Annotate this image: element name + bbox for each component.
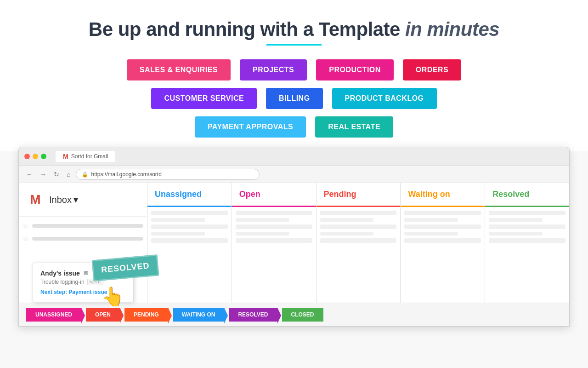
card-stub — [236, 238, 312, 243]
email-stub-1 — [32, 224, 143, 228]
col-cards-waiting — [401, 207, 485, 303]
card-stub — [404, 232, 458, 236]
card-stub — [404, 211, 481, 215]
board-column-open: Open — [232, 183, 317, 303]
tag-product-backlog[interactable]: PRODUCT BACKLOG — [332, 88, 437, 109]
forward-button[interactable]: → — [38, 170, 48, 179]
gmail-logo: M — [26, 190, 45, 209]
inbox-title: Inbox ▾ — [49, 194, 78, 205]
board-area: Unassigned Open — [147, 183, 569, 303]
pipeline-step-resolved[interactable]: RESOLVED — [229, 308, 277, 322]
hero-underline — [266, 44, 322, 46]
pipeline-step-unassigned[interactable]: UNASSIGNED — [26, 308, 81, 322]
card-stub — [489, 211, 565, 215]
tag-billing[interactable]: BILLING — [266, 88, 323, 109]
browser-window: M Sortd for Gmail ← → ↻ ⌂ 🔒 https://mail… — [18, 147, 570, 327]
inbox-dropdown-icon[interactable]: ▾ — [74, 194, 78, 205]
card-stub — [320, 232, 374, 236]
col-header-pending: Pending — [317, 183, 401, 207]
tag-sales-enquiries[interactable]: SALES & ENQUIRIES — [127, 59, 231, 80]
col-header-waiting: Waiting on — [401, 183, 485, 207]
url-bar[interactable]: 🔒 https://mail.google.com/sortd — [76, 169, 260, 180]
card-stub — [236, 211, 312, 215]
pipeline-step-closed[interactable]: CLOSED — [282, 308, 323, 322]
tags-container: SALES & ENQUIRIES PROJECTS PRODUCTION OR… — [9, 59, 579, 138]
back-button[interactable]: ← — [24, 170, 34, 179]
tag-production[interactable]: PRODUCTION — [316, 59, 394, 80]
card-stub — [151, 224, 228, 229]
inbox-header: M Inbox ▾ — [19, 183, 147, 217]
home-button[interactable]: ⌂ — [65, 170, 72, 179]
pipeline-step-pending[interactable]: PENDING — [124, 308, 168, 322]
tag-orders[interactable]: ORDERS — [403, 59, 461, 80]
tag-projects[interactable]: PROJECTS — [240, 59, 307, 80]
col-header-resolved: Resolved — [485, 183, 569, 207]
star-icon-2[interactable]: ☆ — [23, 235, 28, 242]
card-stub — [151, 218, 205, 222]
card-stub — [320, 211, 397, 215]
board-column-resolved: Resolved — [485, 183, 569, 303]
email-stub-2 — [32, 237, 143, 241]
inbox-row-1: ☆ — [23, 222, 143, 230]
col-cards-pending — [317, 207, 401, 303]
col-header-open: Open — [232, 183, 316, 207]
card-stub — [489, 224, 565, 229]
tag-customer-service[interactable]: CUSTOMER SERVICE — [151, 88, 257, 109]
card-stub — [151, 211, 228, 215]
inbox-row-2: ☆ — [23, 235, 143, 242]
browser-chrome: M Sortd for Gmail — [19, 147, 569, 166]
pipeline-step-waiting[interactable]: WAITING ON — [173, 308, 225, 322]
card-stub — [320, 224, 397, 229]
card-stub — [151, 232, 205, 236]
tag-real-estate[interactable]: REAL ESTATE — [315, 116, 393, 138]
card-stub — [489, 238, 565, 243]
minimize-button[interactable] — [33, 154, 38, 159]
gmail-tab-label: Sortd for Gmail — [71, 153, 108, 160]
board-column-waiting: Waiting on — [401, 183, 485, 303]
tags-row-2: CUSTOMER SERVICE BILLING PRODUCT BACKLOG — [151, 88, 436, 109]
col-cards-open — [232, 207, 316, 303]
col-cards-unassigned — [147, 207, 232, 303]
card-stub — [236, 224, 312, 229]
card-stub — [404, 224, 481, 229]
card-stub — [320, 218, 374, 222]
star-icon-1[interactable]: ☆ — [23, 222, 28, 230]
traffic-lights — [24, 154, 46, 159]
hero-title-normal: Be up and running with a Template — [89, 18, 400, 40]
card-stub — [236, 232, 289, 236]
browser-nav: ← → ↻ ⌂ 🔒 https://mail.google.com/sortd — [19, 166, 569, 183]
board-column-pending: Pending — [317, 183, 401, 303]
gmail-tab[interactable]: M Sortd for Gmail — [56, 151, 115, 162]
browser-wrapper: M Sortd for Gmail ← → ↻ ⌂ 🔒 https://mail… — [0, 147, 588, 327]
card-stub — [404, 218, 458, 222]
hero-title: Be up and running with a Template in min… — [9, 18, 579, 40]
close-button[interactable] — [24, 154, 30, 159]
app-content: M Inbox ▾ ☆ ☆ — [19, 183, 569, 303]
maximize-button[interactable] — [41, 154, 46, 159]
board-column-unassigned: Unassigned — [147, 183, 232, 303]
card-stub — [489, 232, 543, 236]
tags-row-1: SALES & ENQUIRIES PROJECTS PRODUCTION OR… — [127, 59, 462, 80]
card-stub — [489, 218, 543, 222]
email-icon: ✉ — [84, 270, 88, 276]
hero-title-italic: in minutes — [405, 18, 499, 40]
col-header-unassigned: Unassigned — [147, 183, 232, 207]
refresh-button[interactable]: ↻ — [52, 170, 61, 179]
tags-row-3: PAYMENT APPROVALS REAL ESTATE — [195, 116, 393, 138]
hero-section: Be up and running with a Template in min… — [0, 0, 588, 151]
pipeline-step-open[interactable]: OPEN — [86, 308, 120, 322]
card-stub — [404, 238, 481, 243]
inbox-rows: ☆ ☆ — [19, 217, 147, 253]
inbox-panel: M Inbox ▾ ☆ ☆ — [19, 183, 147, 303]
lock-icon: 🔒 — [82, 172, 88, 178]
card-stub — [236, 218, 289, 222]
card-stub — [151, 238, 228, 243]
card-stub — [320, 238, 397, 243]
cursor-hand-icon: 👆 — [102, 286, 124, 307]
url-text: https://mail.google.com/sortd — [91, 171, 161, 178]
tag-payment-approvals[interactable]: PAYMENT APPROVALS — [195, 116, 306, 138]
gmail-m-icon: M — [63, 153, 68, 160]
col-cards-resolved — [485, 207, 569, 303]
